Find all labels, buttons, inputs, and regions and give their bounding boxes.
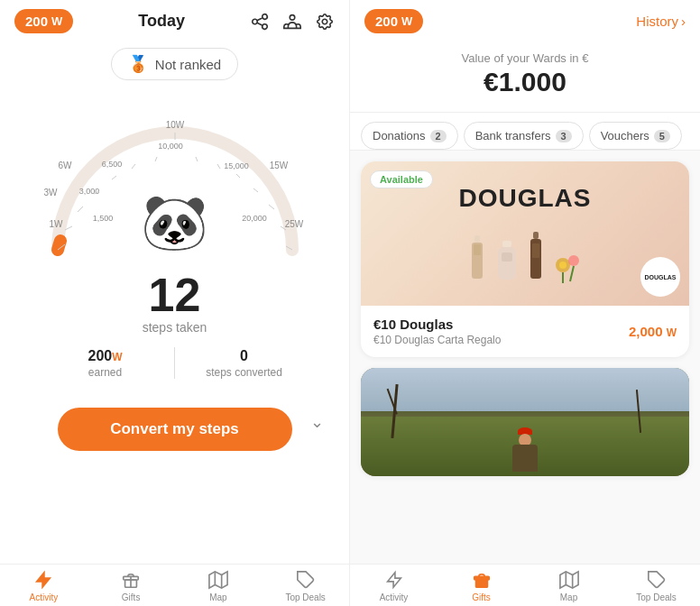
earned-label: earned — [36, 366, 174, 379]
rank-text: Not ranked — [155, 57, 221, 72]
douglas-logo-small: DOUGLAS — [640, 257, 680, 297]
svg-point-45 — [568, 255, 579, 266]
tab-bank-transfers[interactable]: Bank transfers 3 — [464, 122, 584, 150]
nav-activity-left[interactable]: Activity — [0, 570, 88, 602]
ward-unit-left: W — [51, 14, 62, 28]
svg-text:15,000: 15,000 — [224, 161, 249, 170]
svg-rect-42 — [532, 243, 539, 258]
svg-rect-37 — [502, 241, 511, 247]
nav-topdeals-label-left: Top Deals — [285, 592, 325, 602]
medal-icon: 🥉 — [128, 54, 148, 74]
voucher-details: €10 Douglas €10 Douglas Carta Regalo — [373, 317, 501, 346]
convert-button[interactable]: Convert my steps — [58, 408, 292, 451]
tab-vouchers[interactable]: Vouchers 5 — [589, 122, 682, 150]
svg-rect-40 — [533, 232, 539, 239]
svg-line-19 — [155, 157, 157, 161]
nav-gifts-label-right: Gifts — [472, 592, 491, 602]
bottle-2 — [494, 240, 520, 283]
steps-label: steps taken — [143, 320, 207, 335]
rank-badge[interactable]: 🥉 Not ranked — [111, 48, 238, 80]
nav-map-left[interactable]: Map — [175, 570, 262, 602]
people-icon[interactable] — [282, 12, 302, 32]
share-icon[interactable] — [250, 12, 270, 32]
bottles-area — [467, 231, 584, 283]
nav-gifts-label-left: Gifts — [122, 592, 141, 602]
voucher-card-douglas[interactable]: Available DOUGLAS — [361, 161, 689, 357]
cards-container: Available DOUGLAS — [350, 151, 700, 564]
svg-text:15W: 15W — [269, 161, 288, 170]
svg-rect-38 — [498, 247, 516, 280]
landscape-card[interactable] — [361, 368, 689, 476]
nav-map-right[interactable]: Map — [525, 570, 612, 602]
svg-point-44 — [559, 262, 566, 269]
tab-vouchers-label: Vouchers — [601, 129, 649, 142]
svg-line-25 — [269, 205, 274, 209]
svg-text:6,500: 6,500 — [101, 160, 122, 169]
earned-stat: 200W earned — [36, 348, 174, 379]
chevron-down-icon[interactable]: ⌄ — [310, 412, 324, 432]
stats-row: 200W earned 0 steps converted — [0, 347, 349, 379]
converted-label: steps converted — [175, 366, 313, 379]
svg-text:20,000: 20,000 — [242, 214, 267, 223]
nav-activity-right[interactable]: Activity — [350, 570, 438, 602]
bottom-nav-left: Activity Gifts Map Top — [0, 564, 349, 606]
nav-activity-label-right: Activity — [380, 592, 409, 602]
svg-line-23 — [236, 174, 240, 178]
voucher-title: €10 Douglas — [373, 317, 501, 332]
douglas-logo: DOUGLAS — [459, 184, 592, 213]
svg-marker-30 — [209, 572, 227, 588]
svg-text:10W: 10W — [165, 120, 184, 130]
nav-activity-label-left: Activity — [30, 592, 59, 602]
bottom-nav-right: Activity Gifts Map Top — [350, 564, 700, 606]
svg-line-21 — [196, 157, 198, 161]
bottle-3 — [527, 231, 545, 283]
panda-character: 🐼 — [141, 196, 208, 250]
svg-text:3,000: 3,000 — [78, 187, 99, 196]
svg-line-15 — [78, 207, 83, 212]
steps-section: 12 steps taken — [143, 271, 207, 335]
nav-map-label-left: Map — [209, 592, 226, 602]
right-header: 200 W History › — [350, 0, 700, 42]
nav-topdeals-left[interactable]: Top Deals — [262, 570, 349, 602]
nav-topdeals-right[interactable]: Top Deals — [612, 570, 700, 602]
svg-text:25W: 25W — [284, 219, 303, 229]
history-link[interactable]: History › — [636, 14, 686, 29]
svg-line-17 — [112, 176, 116, 179]
nav-gifts-right[interactable]: Gifts — [438, 570, 525, 602]
ward-value-left: 200 — [25, 14, 48, 29]
bottle-1 — [467, 234, 487, 283]
svg-text:10,000: 10,000 — [158, 142, 183, 151]
gear-icon[interactable] — [315, 12, 335, 32]
ward-badge-right[interactable]: 200 W — [364, 9, 423, 33]
earned-value: 200W — [36, 348, 174, 364]
header-title-left: Today — [138, 12, 185, 31]
wards-section: Value of your Wards in € €1.000 — [350, 42, 700, 113]
voucher-subtitle: €10 Douglas Carta Regalo — [373, 334, 501, 346]
wards-value: €1.000 — [364, 67, 686, 97]
available-badge: Available — [370, 170, 433, 188]
chevron-right-icon: › — [681, 14, 686, 29]
tabs-row: Donations 2 Bank transfers 3 Vouchers 5 — [350, 113, 700, 151]
nav-topdeals-label-right: Top Deals — [636, 592, 676, 602]
nav-gifts-left[interactable]: Gifts — [88, 570, 175, 602]
tab-donations-badge: 2 — [430, 130, 447, 142]
svg-marker-50 — [559, 572, 577, 588]
svg-text:1,500: 1,500 — [92, 214, 113, 223]
tab-donations[interactable]: Donations 2 — [361, 122, 458, 150]
tab-bank-badge: 3 — [556, 130, 572, 142]
left-panel: 200 W Today 🥉 Not ranked — [0, 0, 350, 606]
svg-rect-34 — [474, 235, 480, 243]
svg-text:1W: 1W — [49, 219, 63, 229]
nav-map-label-right: Map — [560, 592, 577, 602]
ward-badge-left[interactable]: 200 W — [14, 9, 73, 33]
voucher-info: €10 Douglas €10 Douglas Carta Regalo 2,0… — [361, 306, 689, 357]
svg-text:6W: 6W — [58, 161, 72, 170]
svg-point-0 — [322, 19, 327, 24]
tab-vouchers-badge: 5 — [654, 130, 670, 142]
tab-bank-label: Bank transfers — [475, 129, 551, 142]
flowers — [552, 247, 584, 283]
svg-line-22 — [217, 164, 220, 169]
right-panel: 200 W History › Value of your Wards in €… — [350, 0, 700, 606]
converted-stat: 0 steps converted — [175, 348, 313, 379]
svg-text:3W: 3W — [43, 188, 58, 197]
